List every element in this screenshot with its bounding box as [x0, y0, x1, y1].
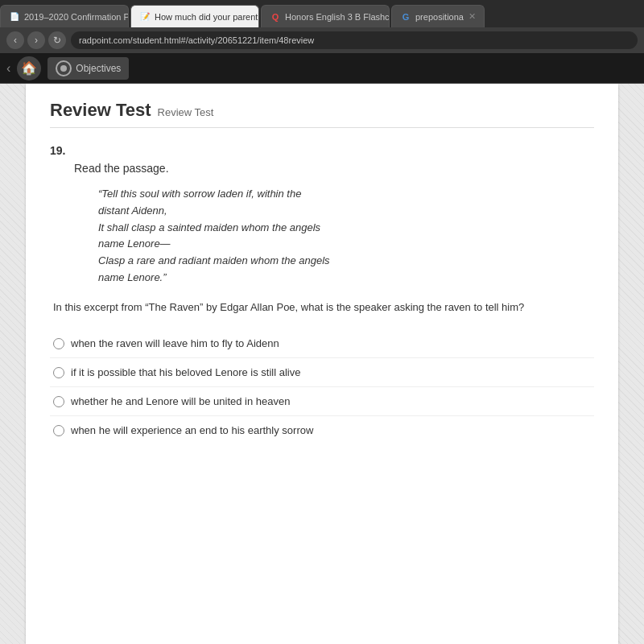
radio-2[interactable] [53, 367, 64, 378]
question-text: In this excerpt from “The Raven” by Edga… [50, 299, 594, 316]
objectives-button[interactable]: Objectives [47, 57, 129, 80]
answer-option-2[interactable]: if it is possible that his beloved Lenor… [50, 357, 594, 386]
tab4-close[interactable]: ✕ [469, 11, 476, 22]
tab2-label: How much did your parent earn [155, 12, 259, 22]
question-number: 19. [50, 144, 594, 157]
review-title: Review Test [50, 100, 151, 121]
tab1-icon: 📄 [9, 11, 20, 23]
option-3-text: whether he and Lenore will be united in … [71, 395, 290, 407]
tab2-icon: 📝 [139, 11, 151, 23]
passage-line-1: “Tell this soul with sorrow laden if, wi… [98, 188, 301, 200]
tab3-icon: Q [270, 11, 281, 23]
tab3-label: Honors English 3 B Flashcards | C [285, 12, 390, 22]
home-button[interactable]: 🏠 [17, 56, 41, 80]
answer-option-1[interactable]: when the raven will leave him to fly to … [50, 329, 594, 357]
app-toolbar: ‹ 🏠 Objectives [0, 53, 644, 84]
tab-honors[interactable]: Q Honors English 3 B Flashcards | C ✕ [261, 5, 390, 27]
address-bar: ‹ › ↻ radpoint.com/student.html#/activit… [0, 27, 644, 53]
radio-1[interactable] [53, 338, 64, 349]
objectives-label: Objectives [76, 63, 121, 74]
forward-button[interactable]: › [27, 31, 45, 49]
radio-3[interactable] [53, 396, 64, 407]
browser-chrome: 📄 2019–2020 Confirmation Page – ✕ 📝 How … [0, 0, 644, 84]
option-2-text: if it is possible that his beloved Lenor… [71, 366, 300, 378]
tab-google[interactable]: G prepositiona ✕ [391, 5, 485, 27]
tab4-label: prepositiona [415, 12, 464, 22]
answer-option-4[interactable]: when he will experience an end to his ea… [50, 415, 594, 444]
url-text: radpoint.com/student.html#/activity/2065… [79, 35, 314, 45]
passage-line-2: distant Aidenn, [98, 204, 167, 217]
tab-confirmation[interactable]: 📄 2019–2020 Confirmation Page – ✕ [0, 5, 129, 27]
back-button[interactable]: ‹ [6, 31, 24, 49]
question-instruction: Read the passage. [74, 162, 594, 175]
tab-howmuch[interactable]: 📝 How much did your parent earn ✕ [130, 5, 259, 27]
passage-block: “Tell this soul with sorrow laden if, wi… [98, 186, 594, 287]
objectives-inner-circle [60, 65, 67, 72]
main-content: Review Test Review Test 19. Read the pas… [0, 84, 644, 644]
objectives-icon [56, 60, 72, 76]
answer-option-3[interactable]: whether he and Lenore will be united in … [50, 386, 594, 415]
answer-options: when the raven will leave him to fly to … [50, 329, 594, 444]
passage-line-6: name Lenore.” [98, 271, 167, 283]
radio-4[interactable] [53, 425, 64, 436]
option-4-text: when he will experience an end to his ea… [71, 424, 313, 436]
content-card: Review Test Review Test 19. Read the pas… [26, 84, 618, 644]
nav-buttons: ‹ › ↻ [6, 31, 66, 49]
passage-line-5: Clasp a rare and radiant maiden whom the… [98, 254, 330, 266]
tab-bar: 📄 2019–2020 Confirmation Page – ✕ 📝 How … [0, 0, 644, 27]
review-header: Review Test Review Test [50, 100, 594, 128]
passage-line-4: name Lenore— [98, 237, 171, 250]
option-1-text: when the raven will leave him to fly to … [71, 337, 279, 349]
reload-button[interactable]: ↻ [48, 31, 66, 49]
review-subtitle: Review Test [158, 106, 214, 118]
url-bar[interactable]: radpoint.com/student.html#/activity/2065… [71, 31, 638, 49]
back-arrow[interactable]: ‹ [6, 61, 10, 76]
passage-line-3: It shall clasp a sainted maiden whom the… [98, 221, 320, 233]
tab1-label: 2019–2020 Confirmation Page – [24, 12, 129, 22]
tab4-icon: G [400, 11, 411, 23]
